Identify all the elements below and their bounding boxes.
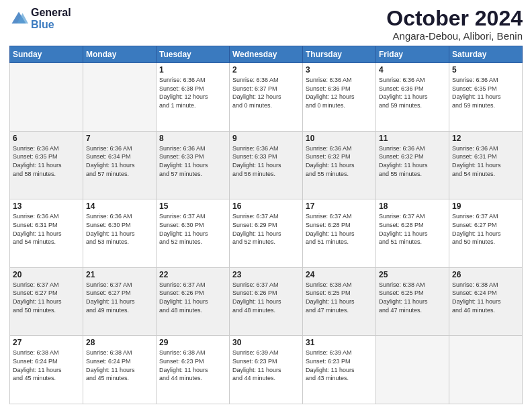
day-header-saturday: Saturday <box>449 46 523 63</box>
day-number: 10 <box>306 134 373 143</box>
calendar-cell: 22Sunrise: 6:37 AM Sunset: 6:26 PM Dayli… <box>157 267 230 336</box>
calendar-cell <box>83 63 157 132</box>
cell-detail: Sunrise: 6:38 AM Sunset: 6:24 PM Dayligh… <box>452 281 519 314</box>
day-number: 9 <box>232 134 300 143</box>
cell-detail: Sunrise: 6:38 AM Sunset: 6:24 PM Dayligh… <box>86 349 153 382</box>
day-number: 16 <box>232 201 300 211</box>
calendar-cell: 28Sunrise: 6:38 AM Sunset: 6:24 PM Dayli… <box>83 336 157 404</box>
calendar-cell: 18Sunrise: 6:37 AM Sunset: 6:28 PM Dayli… <box>376 199 449 268</box>
calendar-cell: 29Sunrise: 6:38 AM Sunset: 6:23 PM Dayli… <box>157 336 230 404</box>
day-number: 21 <box>86 270 153 279</box>
calendar-cell: 7Sunrise: 6:36 AM Sunset: 6:34 PM Daylig… <box>83 131 157 199</box>
calendar-cell: 20Sunrise: 6:37 AM Sunset: 6:27 PM Dayli… <box>10 267 83 336</box>
location-title: Angara-Debou, Alibori, Benin <box>386 30 523 42</box>
cell-detail: Sunrise: 6:39 AM Sunset: 6:23 PM Dayligh… <box>232 349 300 382</box>
day-header-tuesday: Tuesday <box>157 46 230 63</box>
calendar-cell: 1Sunrise: 6:36 AM Sunset: 6:38 PM Daylig… <box>157 63 230 132</box>
cell-detail: Sunrise: 6:38 AM Sunset: 6:25 PM Dayligh… <box>379 281 446 314</box>
day-number: 12 <box>452 134 519 143</box>
calendar-header-row: SundayMondayTuesdayWednesdayThursdayFrid… <box>10 46 523 63</box>
cell-detail: Sunrise: 6:37 AM Sunset: 6:27 PM Dayligh… <box>13 281 80 314</box>
logo-text: General Blue <box>31 7 71 31</box>
day-number: 30 <box>232 338 300 347</box>
day-number: 6 <box>13 134 80 143</box>
day-header-friday: Friday <box>376 46 449 63</box>
cell-detail: Sunrise: 6:36 AM Sunset: 6:32 PM Dayligh… <box>306 144 373 178</box>
day-number: 31 <box>306 338 373 347</box>
logo-icon <box>9 9 28 28</box>
day-number: 26 <box>452 270 519 279</box>
day-number: 13 <box>13 201 80 211</box>
calendar-cell: 27Sunrise: 6:38 AM Sunset: 6:24 PM Dayli… <box>10 336 83 404</box>
calendar-cell: 11Sunrise: 6:36 AM Sunset: 6:32 PM Dayli… <box>376 131 449 199</box>
cell-detail: Sunrise: 6:36 AM Sunset: 6:35 PM Dayligh… <box>452 76 519 109</box>
calendar-cell: 2Sunrise: 6:36 AM Sunset: 6:37 PM Daylig… <box>230 63 303 132</box>
calendar-week-row: 27Sunrise: 6:38 AM Sunset: 6:24 PM Dayli… <box>10 336 523 404</box>
calendar-cell: 4Sunrise: 6:36 AM Sunset: 6:36 PM Daylig… <box>376 63 449 132</box>
calendar-cell: 10Sunrise: 6:36 AM Sunset: 6:32 PM Dayli… <box>303 131 376 199</box>
cell-detail: Sunrise: 6:37 AM Sunset: 6:27 PM Dayligh… <box>86 281 153 314</box>
logo: General Blue <box>9 7 71 31</box>
cell-detail: Sunrise: 6:37 AM Sunset: 6:26 PM Dayligh… <box>159 281 226 314</box>
calendar-cell: 30Sunrise: 6:39 AM Sunset: 6:23 PM Dayli… <box>230 336 303 404</box>
cell-detail: Sunrise: 6:37 AM Sunset: 6:29 PM Dayligh… <box>232 212 300 246</box>
cell-detail: Sunrise: 6:36 AM Sunset: 6:36 PM Dayligh… <box>306 76 373 109</box>
day-number: 29 <box>159 338 226 347</box>
day-number: 14 <box>86 201 153 211</box>
calendar-cell: 8Sunrise: 6:36 AM Sunset: 6:33 PM Daylig… <box>157 131 230 199</box>
day-number: 22 <box>159 270 226 279</box>
day-number: 15 <box>159 201 226 211</box>
title-area: October 2024 Angara-Debou, Alibori, Beni… <box>386 7 523 42</box>
cell-detail: Sunrise: 6:36 AM Sunset: 6:38 PM Dayligh… <box>159 76 226 109</box>
cell-detail: Sunrise: 6:36 AM Sunset: 6:31 PM Dayligh… <box>13 212 80 246</box>
cell-detail: Sunrise: 6:37 AM Sunset: 6:28 PM Dayligh… <box>306 212 373 246</box>
day-header-wednesday: Wednesday <box>230 46 303 63</box>
cell-detail: Sunrise: 6:36 AM Sunset: 6:36 PM Dayligh… <box>379 76 446 109</box>
day-number: 3 <box>306 65 373 75</box>
calendar-cell: 19Sunrise: 6:37 AM Sunset: 6:27 PM Dayli… <box>449 199 523 268</box>
cell-detail: Sunrise: 6:36 AM Sunset: 6:33 PM Dayligh… <box>232 144 300 178</box>
calendar-cell: 21Sunrise: 6:37 AM Sunset: 6:27 PM Dayli… <box>83 267 157 336</box>
calendar-cell: 17Sunrise: 6:37 AM Sunset: 6:28 PM Dayli… <box>303 199 376 268</box>
cell-detail: Sunrise: 6:36 AM Sunset: 6:37 PM Dayligh… <box>232 76 300 109</box>
cell-detail: Sunrise: 6:36 AM Sunset: 6:32 PM Dayligh… <box>379 144 446 178</box>
page: General Blue October 2024 Angara-Debou, … <box>0 0 532 411</box>
calendar-cell: 9Sunrise: 6:36 AM Sunset: 6:33 PM Daylig… <box>230 131 303 199</box>
calendar-cell: 25Sunrise: 6:38 AM Sunset: 6:25 PM Dayli… <box>376 267 449 336</box>
calendar-table: SundayMondayTuesdayWednesdayThursdayFrid… <box>9 46 523 404</box>
day-number: 25 <box>379 270 446 279</box>
day-header-sunday: Sunday <box>10 46 83 63</box>
day-number: 4 <box>379 65 446 75</box>
cell-detail: Sunrise: 6:37 AM Sunset: 6:27 PM Dayligh… <box>452 212 519 246</box>
calendar-cell: 15Sunrise: 6:37 AM Sunset: 6:30 PM Dayli… <box>157 199 230 268</box>
day-number: 28 <box>86 338 153 347</box>
cell-detail: Sunrise: 6:38 AM Sunset: 6:24 PM Dayligh… <box>13 349 80 382</box>
calendar-cell: 24Sunrise: 6:38 AM Sunset: 6:25 PM Dayli… <box>303 267 376 336</box>
calendar-cell: 16Sunrise: 6:37 AM Sunset: 6:29 PM Dayli… <box>230 199 303 268</box>
day-number: 2 <box>232 65 300 75</box>
day-number: 27 <box>13 338 80 347</box>
day-number: 7 <box>86 134 153 143</box>
day-number: 24 <box>306 270 373 279</box>
cell-detail: Sunrise: 6:36 AM Sunset: 6:35 PM Dayligh… <box>13 144 80 178</box>
calendar-cell: 14Sunrise: 6:36 AM Sunset: 6:30 PM Dayli… <box>83 199 157 268</box>
calendar-cell <box>376 336 449 404</box>
cell-detail: Sunrise: 6:37 AM Sunset: 6:28 PM Dayligh… <box>379 212 446 246</box>
calendar-cell: 23Sunrise: 6:37 AM Sunset: 6:26 PM Dayli… <box>230 267 303 336</box>
day-number: 17 <box>306 201 373 211</box>
day-number: 18 <box>379 201 446 211</box>
month-title: October 2024 <box>386 7 523 30</box>
calendar-week-row: 13Sunrise: 6:36 AM Sunset: 6:31 PM Dayli… <box>10 199 523 268</box>
day-header-monday: Monday <box>83 46 157 63</box>
cell-detail: Sunrise: 6:39 AM Sunset: 6:23 PM Dayligh… <box>306 349 373 382</box>
calendar-week-row: 20Sunrise: 6:37 AM Sunset: 6:27 PM Dayli… <box>10 267 523 336</box>
day-number: 5 <box>452 65 519 75</box>
day-number: 19 <box>452 201 519 211</box>
day-header-thursday: Thursday <box>303 46 376 63</box>
calendar-cell: 12Sunrise: 6:36 AM Sunset: 6:31 PM Dayli… <box>449 131 523 199</box>
calendar-week-row: 6Sunrise: 6:36 AM Sunset: 6:35 PM Daylig… <box>10 131 523 199</box>
day-number: 20 <box>13 270 80 279</box>
day-number: 11 <box>379 134 446 143</box>
day-number: 8 <box>159 134 226 143</box>
calendar-week-row: 1Sunrise: 6:36 AM Sunset: 6:38 PM Daylig… <box>10 63 523 132</box>
